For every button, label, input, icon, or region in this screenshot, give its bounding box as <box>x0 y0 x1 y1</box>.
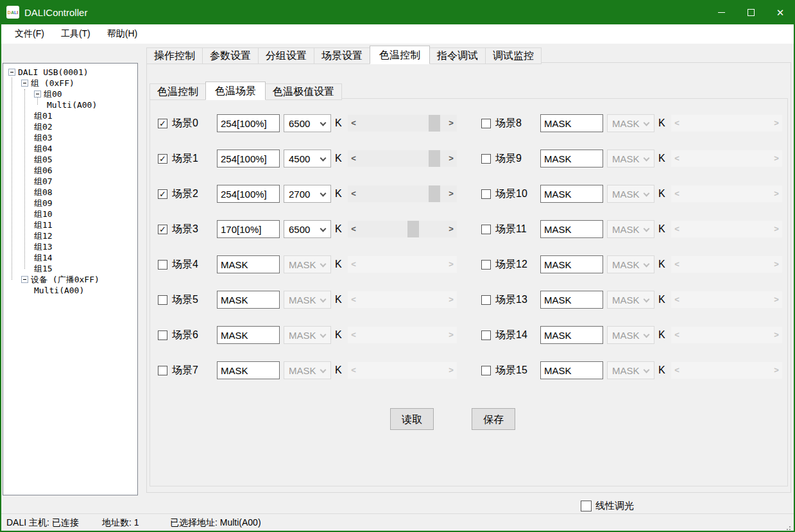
scene-checkbox[interactable] <box>481 225 491 234</box>
scene-checkbox[interactable] <box>481 366 491 375</box>
scene-level-input[interactable] <box>540 255 603 273</box>
tree-item-3[interactable]: Multi(A00) <box>3 99 137 110</box>
maximize-button[interactable] <box>736 0 765 24</box>
minimize-button[interactable] <box>706 0 736 24</box>
kelvin-dropdown[interactable]: MASK <box>607 326 654 344</box>
kelvin-scrollbar[interactable]: <> <box>348 221 457 237</box>
scene-checkbox[interactable] <box>481 119 491 128</box>
kelvin-dropdown[interactable]: MASK <box>607 361 654 379</box>
kelvin-dropdown[interactable]: MASK <box>607 291 654 309</box>
sub-tab-1[interactable]: 色温场景 <box>205 82 266 100</box>
kelvin-dropdown[interactable]: MASK <box>284 326 331 344</box>
scroll-left-icon[interactable]: < <box>348 221 359 237</box>
scene-checkbox[interactable]: ✓ <box>158 189 167 199</box>
tree-item-19[interactable]: 设备 (广播0xFF) <box>3 274 137 285</box>
scene-checkbox[interactable] <box>158 330 167 340</box>
kelvin-dropdown[interactable]: MASK <box>284 361 331 379</box>
scene-level-input[interactable] <box>540 220 603 238</box>
tree-item-8[interactable]: 组05 <box>3 154 137 165</box>
tree-item-1[interactable]: 组 (0xFF) <box>3 78 137 89</box>
scene-checkbox[interactable]: ✓ <box>158 225 167 234</box>
scroll-right-icon[interactable]: > <box>445 185 457 202</box>
tree-item-18[interactable]: 组15 <box>3 263 137 274</box>
scene-level-input[interactable] <box>540 326 603 344</box>
tree-item-13[interactable]: 组10 <box>3 209 137 219</box>
tree-collapse-icon[interactable] <box>8 69 15 76</box>
scene-level-input[interactable] <box>540 291 603 309</box>
scrollbar-thumb[interactable] <box>429 115 440 132</box>
scene-level-input[interactable] <box>217 114 280 132</box>
tree-collapse-icon[interactable] <box>34 90 41 98</box>
tree-item-14[interactable]: 组11 <box>3 219 137 230</box>
kelvin-dropdown[interactable]: 6500 <box>284 220 331 238</box>
main-tab-4[interactable]: 色温控制 <box>370 46 430 64</box>
main-tab-5[interactable]: 指令调试 <box>429 47 486 64</box>
scroll-left-icon[interactable]: < <box>348 115 359 132</box>
tree-item-6[interactable]: 组03 <box>3 132 137 143</box>
scene-checkbox[interactable]: ✓ <box>158 154 167 164</box>
read-button[interactable]: 读取 <box>390 408 434 430</box>
scene-checkbox[interactable]: ✓ <box>158 119 167 128</box>
tree-item-12[interactable]: 组09 <box>3 198 137 209</box>
kelvin-dropdown[interactable]: MASK <box>284 291 331 309</box>
tree-item-7[interactable]: 组04 <box>3 143 137 154</box>
scene-checkbox[interactable] <box>481 260 491 270</box>
scroll-left-icon[interactable]: < <box>348 185 359 202</box>
kelvin-dropdown[interactable]: 4500 <box>284 150 331 167</box>
main-tab-3[interactable]: 场景设置 <box>314 47 370 64</box>
main-tab-6[interactable]: 调试监控 <box>485 47 542 64</box>
scene-checkbox[interactable] <box>158 366 167 375</box>
scene-level-input[interactable] <box>217 255 280 273</box>
menu-item-1[interactable]: 工具(T) <box>53 24 99 44</box>
tree-collapse-icon[interactable] <box>21 276 28 283</box>
tree-item-10[interactable]: 组07 <box>3 176 137 187</box>
main-tab-1[interactable]: 参数设置 <box>202 47 259 64</box>
menu-item-0[interactable]: 文件(F) <box>6 24 53 44</box>
scene-level-input[interactable] <box>217 361 280 379</box>
close-button[interactable]: ✕ <box>765 0 795 24</box>
scrollbar-thumb[interactable] <box>407 221 419 237</box>
tree-item-9[interactable]: 组06 <box>3 165 137 176</box>
scene-level-input[interactable] <box>540 150 603 167</box>
scene-checkbox[interactable] <box>481 189 491 199</box>
scene-checkbox[interactable] <box>481 154 491 164</box>
scene-checkbox[interactable] <box>158 295 167 305</box>
tree-item-5[interactable]: 组02 <box>3 121 137 132</box>
scroll-right-icon[interactable]: > <box>445 221 457 237</box>
scene-level-input[interactable] <box>217 220 280 238</box>
tree-item-15[interactable]: 组12 <box>3 230 137 241</box>
save-button[interactable]: 保存 <box>472 408 515 430</box>
tree-item-11[interactable]: 组08 <box>3 187 137 198</box>
scene-level-input[interactable] <box>540 114 603 132</box>
sub-tab-0[interactable]: 色温控制 <box>150 83 206 100</box>
kelvin-dropdown[interactable]: MASK <box>607 220 654 238</box>
linear-dimming-checkbox[interactable] <box>581 501 592 511</box>
kelvin-dropdown[interactable]: MASK <box>284 255 331 273</box>
kelvin-dropdown[interactable]: MASK <box>607 150 654 167</box>
kelvin-dropdown[interactable]: MASK <box>607 185 654 203</box>
scene-checkbox[interactable] <box>481 330 491 340</box>
scene-level-input[interactable] <box>540 361 603 379</box>
scene-level-input[interactable] <box>217 326 280 344</box>
scroll-left-icon[interactable]: < <box>348 150 359 167</box>
kelvin-dropdown[interactable]: 2700 <box>284 185 331 203</box>
kelvin-dropdown[interactable]: MASK <box>607 255 654 273</box>
scene-checkbox[interactable] <box>481 295 491 305</box>
kelvin-scrollbar[interactable]: <> <box>348 150 457 167</box>
tree-item-4[interactable]: 组01 <box>3 110 137 121</box>
tree-item-20[interactable]: Multi(A00) <box>3 285 137 296</box>
scene-checkbox[interactable] <box>158 260 167 270</box>
main-tab-2[interactable]: 分组设置 <box>258 47 314 64</box>
scroll-right-icon[interactable]: > <box>445 150 457 167</box>
scene-level-input[interactable] <box>217 150 280 167</box>
tree-item-17[interactable]: 组14 <box>3 252 137 263</box>
main-tab-0[interactable]: 操作控制 <box>146 47 203 64</box>
tree-item-0[interactable]: DALI USB(0001) <box>3 67 137 78</box>
kelvin-dropdown[interactable]: 6500 <box>284 114 331 132</box>
scene-level-input[interactable] <box>217 291 280 309</box>
tree-item-16[interactable]: 组13 <box>3 241 137 252</box>
scene-level-input[interactable] <box>540 185 603 203</box>
scroll-right-icon[interactable]: > <box>445 115 457 132</box>
kelvin-dropdown[interactable]: MASK <box>607 114 654 132</box>
scene-level-input[interactable] <box>217 185 280 203</box>
